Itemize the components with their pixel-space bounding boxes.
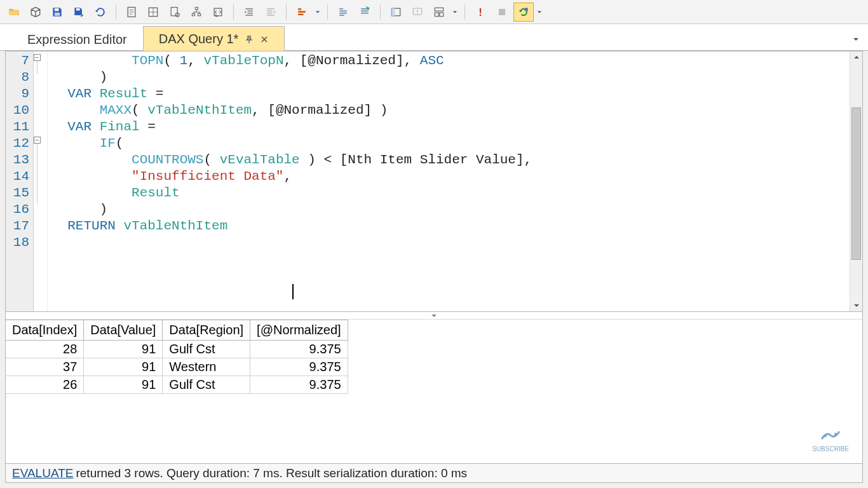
layout-button[interactable] <box>429 3 449 22</box>
format-button[interactable] <box>292 3 312 22</box>
svg-point-38 <box>417 13 418 14</box>
tab-label: Expression Editor <box>27 32 127 47</box>
svg-rect-39 <box>435 8 443 11</box>
svg-rect-0 <box>55 8 59 11</box>
svg-rect-1 <box>55 12 60 15</box>
toolbar-separator <box>380 4 381 20</box>
pane-splitter[interactable] <box>6 312 862 320</box>
tab-strip: Expression Editor DAX Query 1* <box>0 24 868 51</box>
status-evaluate-link[interactable]: EVALUATE <box>12 466 73 480</box>
warning-button[interactable]: ! <box>470 3 491 22</box>
work-area: 789101112131415161718 − − TOPN( 1, vTabl… <box>5 51 863 483</box>
status-text: returned 3 rows. Query duration: 7 ms. R… <box>76 466 467 480</box>
svg-rect-2 <box>76 8 80 10</box>
table-row[interactable]: 3791Western9.375 <box>6 358 348 376</box>
tab-label: DAX Query 1* <box>159 32 239 46</box>
script-button[interactable] <box>208 3 228 22</box>
uncomment-button[interactable] <box>355 3 375 22</box>
code-editor[interactable]: 789101112131415161718 − − TOPN( 1, vTabl… <box>6 51 862 312</box>
panel-button[interactable] <box>386 3 406 22</box>
layout-dropdown[interactable] <box>451 10 459 15</box>
scroll-down-icon[interactable] <box>850 300 862 311</box>
page-tool-button[interactable] <box>165 3 185 22</box>
cube-button[interactable] <box>25 3 46 22</box>
svg-rect-12 <box>195 7 198 9</box>
format-dropdown[interactable] <box>313 10 322 15</box>
svg-rect-35 <box>391 8 395 16</box>
save-button[interactable] <box>47 3 67 22</box>
indent-left-button[interactable] <box>239 3 259 22</box>
save-as-button[interactable] <box>69 3 89 22</box>
column-header[interactable]: Data[Region] <box>163 320 250 341</box>
toolbar-separator <box>233 4 234 20</box>
table-cell: 91 <box>84 358 163 376</box>
close-icon[interactable] <box>260 35 269 44</box>
tab-dax-query[interactable]: DAX Query 1* <box>143 26 285 51</box>
table-cell: Gulf Cst <box>163 376 250 394</box>
svg-point-45 <box>824 435 827 437</box>
svg-rect-26 <box>298 13 303 15</box>
results-table: Data[Index]Data[Value]Data[Region][@Norm… <box>6 320 348 394</box>
open-folder-button[interactable] <box>4 3 24 22</box>
column-header[interactable]: Data[Index] <box>6 320 84 341</box>
tabs-overflow-dropdown[interactable] <box>853 33 859 44</box>
scroll-up-icon[interactable] <box>850 51 862 63</box>
table-row[interactable]: 2691Gulf Cst9.375 <box>6 376 348 394</box>
svg-point-44 <box>524 7 528 11</box>
subscribe-watermark: SUBSCRIBE <box>812 426 849 452</box>
code-body[interactable]: TOPN( 1, vTableTopN, [@Normalized], ASC … <box>48 51 850 311</box>
refresh-button[interactable] <box>90 3 111 22</box>
svg-rect-25 <box>298 11 306 13</box>
grid-button[interactable] <box>143 3 163 22</box>
svg-rect-40 <box>435 12 438 16</box>
svg-rect-43 <box>499 9 505 15</box>
table-row[interactable]: 2891Gulf Cst9.375 <box>6 341 348 358</box>
results-pane[interactable]: Data[Index]Data[Value]Data[Region][@Norm… <box>6 320 862 463</box>
table-cell: 37 <box>6 358 84 376</box>
table-cell: Gulf Cst <box>163 341 250 358</box>
stop-button[interactable] <box>492 3 512 22</box>
toolbar: ! <box>0 0 868 24</box>
toolbar-separator <box>327 4 328 20</box>
svg-rect-41 <box>440 12 444 16</box>
table-cell: 28 <box>6 341 84 358</box>
page-button[interactable] <box>121 3 142 22</box>
table-cell: 9.375 <box>250 376 348 394</box>
column-header[interactable]: [@Normalized] <box>250 320 348 341</box>
table-cell: 9.375 <box>250 358 348 376</box>
tab-expression-editor[interactable]: Expression Editor <box>11 27 143 51</box>
text-caret <box>292 284 294 299</box>
editor-scrollbar[interactable] <box>850 51 862 311</box>
table-cell: 26 <box>6 376 84 394</box>
svg-point-46 <box>834 433 837 435</box>
table-cell: 9.375 <box>250 341 348 358</box>
svg-rect-13 <box>192 13 194 15</box>
toolbar-separator <box>286 4 287 20</box>
indent-right-button[interactable] <box>261 3 281 22</box>
fold-column[interactable]: − − <box>34 51 48 311</box>
message-button[interactable] <box>407 3 428 22</box>
hierarchy-button[interactable] <box>186 3 207 22</box>
run-refresh-button[interactable] <box>513 3 534 22</box>
svg-rect-14 <box>198 13 201 15</box>
svg-text:!: ! <box>478 6 482 18</box>
table-cell: 91 <box>84 376 163 394</box>
toolbar-separator <box>465 4 465 20</box>
pin-icon[interactable] <box>245 35 254 44</box>
status-bar: EVALUATE returned 3 rows. Query duration… <box>6 463 862 482</box>
comment-button[interactable] <box>333 3 353 22</box>
run-dropdown[interactable] <box>535 10 544 15</box>
svg-rect-24 <box>298 8 301 10</box>
table-cell: Western <box>163 358 250 376</box>
toolbar-separator <box>116 4 116 20</box>
svg-rect-10 <box>171 7 177 15</box>
scroll-thumb[interactable] <box>851 107 861 260</box>
column-header[interactable]: Data[Value] <box>84 320 163 341</box>
line-number-gutter: 789101112131415161718 <box>6 51 34 311</box>
table-cell: 91 <box>84 341 163 358</box>
